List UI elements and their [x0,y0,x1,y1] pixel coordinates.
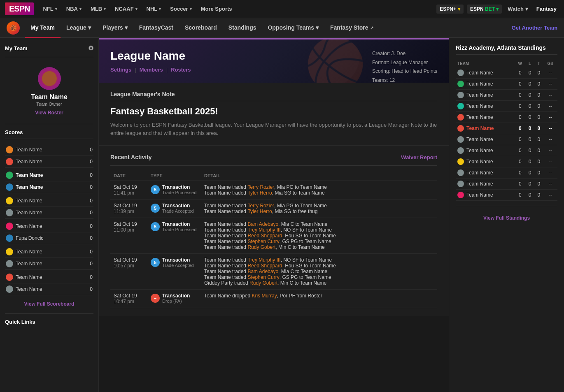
league-teams: Teams: 12 [372,76,437,83]
ties: 0 [534,101,543,112]
team-icon [6,183,13,191]
fantasy-button[interactable]: Fantasy [534,6,559,12]
player-link[interactable]: Trey Murphy III [247,257,280,263]
chevron-down-icon: ▾ [458,6,460,12]
chevron-down-icon: ▾ [159,7,161,11]
standing-team-name[interactable]: Team Name [466,148,493,153]
player-link[interactable]: Tyler Herro [247,209,272,214]
recent-activity-title: Recent Activity [110,154,152,160]
activity-type: 5 Transaction Trade Processed [147,218,201,254]
standing-team-name[interactable]: Team Name [466,114,493,120]
nav-fantasy-store[interactable]: Fantasy Store ↗ [324,19,379,38]
player-link[interactable]: Kris Murray [252,293,277,299]
player-link[interactable]: Bam Adebayo [247,269,278,274]
team-icon [6,274,13,281]
losses: 0 [525,101,534,112]
standing-team-name[interactable]: Team Name [466,192,493,198]
score-pair: Team Name 0 Team Name 0 [5,169,93,193]
team-color-icon [457,114,464,121]
player-link[interactable]: Bam Adebayo [247,221,278,227]
nav-nba[interactable]: NBA ▾ [62,0,86,18]
nav-ncaaf[interactable]: NCAAF ▾ [111,0,142,18]
nav-scoreboard[interactable]: Scoreboard [179,19,223,38]
losses: 0 [525,156,534,167]
main-content: 🏀 League Name Settings | Members | Roste… [99,38,449,392]
standings-row: Team Name 000-- [456,112,557,123]
standing-team-name[interactable]: Team Name [466,181,493,187]
standing-team-name[interactable]: Team Name [466,103,493,109]
standing-team-name-highlight[interactable]: Team Name [466,125,494,131]
nav-league[interactable]: League ▾ [61,19,97,38]
standing-team-name[interactable]: Team Name [466,159,493,165]
team-icon[interactable]: 🏀 [7,21,20,35]
player-link[interactable]: Terry Rozier [247,203,274,209]
score-row: Fupa Doncic 0 [5,232,93,244]
nav-mlb[interactable]: MLB ▾ [86,0,110,18]
drop-icon: − [151,294,160,303]
standing-team-name[interactable]: Team Name [466,170,493,176]
standings-row: Team Name 000-- [456,145,557,156]
wins: 0 [515,123,525,134]
nav-fantasycast[interactable]: FantasyCast [133,19,179,38]
chevron-down-icon: ▾ [135,7,138,11]
standing-team-name[interactable]: Team Name [466,81,493,87]
player-link[interactable]: Rudy Gobert [247,244,275,250]
wins: 0 [515,101,525,112]
nav-soccer[interactable]: Soccer ▾ [166,0,196,18]
team-color-icon [457,136,464,143]
espn-bet-button[interactable]: ESPN BET ▾ [467,5,502,14]
view-full-standings-link[interactable]: View Full Standings [456,211,557,223]
nav-nfl[interactable]: NFL ▾ [39,0,61,18]
team-icon [6,197,13,204]
nav-nhl[interactable]: NHL ▾ [142,0,165,18]
nav-more-sports[interactable]: More Sports [197,0,236,18]
t-column-header: T [534,60,543,67]
nav-my-team[interactable]: My Team [25,19,61,38]
espn-plus-button[interactable]: ESPN+ ▾ [436,5,464,14]
score-row: Team Name 0 [5,207,93,219]
settings-link[interactable]: Settings [110,67,131,73]
gb: -- [543,123,557,134]
team-color-icon [457,192,464,198]
standing-team-name[interactable]: Team Name [466,137,493,142]
espn-logo[interactable]: ESPN [5,2,34,15]
player-link[interactable]: Tyler Herro [247,190,272,196]
player-link[interactable]: Rudy Gobert [249,280,277,286]
gb: -- [543,79,557,90]
waiver-report-link[interactable]: Waiver Report [401,154,437,160]
player-link[interactable]: Stephen Curry [247,274,279,280]
score-row: Team Name 0 [5,258,93,270]
player-link[interactable]: Terry Rozier [247,184,274,190]
standings-row: Team Name 000-- [456,67,557,79]
nav-opposing-teams[interactable]: Opposing Teams ▾ [262,19,324,38]
standings-title: Rizz Academy, Atlanta Standings [456,44,557,55]
score-value: 0 [84,223,93,229]
view-full-scoreboard-link[interactable]: View Full Scoreboard [5,297,93,308]
nav-standings[interactable]: Standings [223,19,262,38]
view-roster-link[interactable]: View Roster [35,110,63,116]
gear-icon[interactable]: ⚙ [88,44,93,52]
transaction-icon: 5 [151,258,160,267]
player-link[interactable]: Reed Sheppard [247,233,282,239]
standing-team-name[interactable]: Team Name [466,70,493,76]
standing-team-name[interactable]: Team Name [466,92,493,98]
player-link[interactable]: Stephen Curry [247,239,279,244]
scores-section: Scores Team Name 0 Team Name 0 [5,129,93,308]
members-link[interactable]: Members [140,67,163,73]
team-icon [6,209,13,216]
watch-button[interactable]: Watch ▾ [505,6,531,12]
gb: -- [543,90,557,101]
wins: 0 [515,134,525,145]
ties: 0 [534,190,543,201]
player-link[interactable]: Trey Murphy III [247,227,280,233]
losses: 0 [525,123,534,134]
get-another-team-button[interactable]: Get Another Team [512,25,557,31]
activity-type: 5 Transaction Trade Accepted [147,199,201,218]
nav-players[interactable]: Players ▾ [97,19,133,38]
gb: -- [543,145,557,156]
secondary-nav-links: My Team League ▾ Players ▾ FantasyCast S… [25,18,512,38]
activity-table: DATE TYPE DETAIL Sat Oct 19 11:41 pm [110,171,437,308]
player-link[interactable]: Reed Sheppard [247,263,282,269]
rosters-link[interactable]: Rosters [171,67,191,73]
losses: 0 [525,145,534,156]
